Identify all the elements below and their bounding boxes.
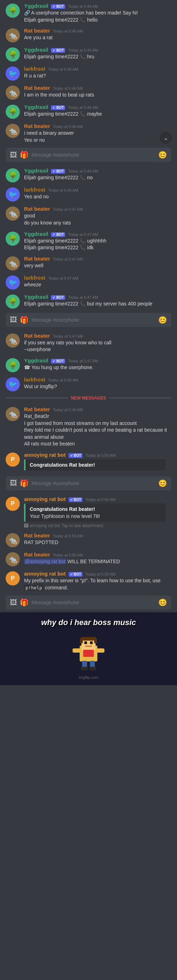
embed-block: Congratulations Rat beater! <box>24 459 166 471</box>
attachment-preview[interactable]: 🅿 annoying rat bot Tap to see attachment <box>24 523 171 528</box>
timestamp: Today at 5:50 AM <box>53 553 83 557</box>
message-content: Rat beater Today at 5:47 AM good do you … <box>24 206 171 226</box>
gift-icon[interactable]: 🎁 <box>20 479 29 487</box>
message-text: I got banned from most streams on my las… <box>24 420 171 427</box>
message-text: All rats must be beaten <box>24 441 171 447</box>
new-messages-divider: NEW MESSAGES <box>6 396 171 401</box>
message-header: Yggdrasil ✓ BOT Today at 5:46 AM <box>24 47 171 52</box>
message-input-area: 🖼 🎁 Message #userphone 😊 <box>6 595 171 609</box>
svg-rect-10 <box>89 667 96 670</box>
svg-rect-13 <box>80 638 83 643</box>
avatar: 🌳 <box>6 3 20 18</box>
gift-icon[interactable]: 🎁 <box>20 316 29 324</box>
message-text: Elijah gaming time#2222 📞 ughhhhh <box>24 237 171 245</box>
message-content: larkfrost Today at 5:48 AM Wut ur imgfli… <box>24 377 171 391</box>
username: annoying rat bot <box>24 496 66 502</box>
message-input[interactable]: Message #userphone <box>32 152 155 158</box>
message-input[interactable]: Message #userphone <box>32 317 155 323</box>
avatar: P <box>6 497 20 511</box>
message-text: Elijah gaming time#2222 📞 idk <box>24 244 171 251</box>
message-group: 🐀 Rat beater Today at 5:50 AM RAT SPOTTE… <box>0 531 177 549</box>
avatar: 🐀 <box>6 124 20 138</box>
avatar: 🐦 <box>6 275 20 290</box>
avatar: 🌳 <box>6 358 20 372</box>
message-text: good <box>24 213 171 220</box>
avatar: 🌳 <box>6 168 20 183</box>
emoji-icon[interactable]: 😊 <box>158 479 167 487</box>
message-group: 🐦 larkfrost Today at 5:46 AM R u a rat? <box>0 64 177 82</box>
bot-badge: ✓ BOT <box>51 359 65 363</box>
image-upload-icon[interactable]: 🖼 <box>10 316 17 324</box>
embed-title: Congratulations Rat beater! <box>30 506 161 512</box>
message-header: Rat beater Today at 5:50 AM <box>24 552 171 557</box>
username: Rat beater <box>24 123 50 129</box>
timestamp: Today at 5:46 AM <box>48 188 78 192</box>
message-input-area: 🖼 🎁 Message #userphone 😊 <box>6 148 171 162</box>
timestamp: Today at 5:48 AM <box>48 378 78 382</box>
message-text: Yes or no <box>24 137 171 144</box>
message-input[interactable]: Message #userphone <box>32 600 155 605</box>
message-text: Rat_Beat3r <box>24 413 171 420</box>
image-upload-icon[interactable]: 🖼 <box>10 479 17 487</box>
message-text: Elijah gaming time#2222 📞 hello <box>24 17 171 24</box>
avatar: 🐀 <box>6 28 20 43</box>
message-header: larkfrost Today at 5:48 AM <box>24 377 171 382</box>
image-upload-icon[interactable]: 🖼 <box>10 151 17 159</box>
username: Yggdrasil <box>24 294 48 300</box>
message-text: ☎ You hung up the userphone. <box>24 364 171 371</box>
timestamp: Today at 5:46 AM <box>68 105 98 110</box>
avatar: 🐀 <box>6 86 20 100</box>
message-text: @annoying rat bot WILL BE TERMINATED <box>24 558 171 565</box>
avatar: 🐀 <box>6 333 20 347</box>
avatar: 🐦 <box>6 67 20 81</box>
chat-container: 🌳 Yggdrasil ✓ BOT Today at 5:46 AM 🔗 A u… <box>0 0 177 685</box>
message-header: Rat beater Today at 5:47 AM <box>24 332 171 339</box>
emoji-icon[interactable]: 😊 <box>158 151 167 159</box>
avatar: 🐦 <box>6 377 20 391</box>
timestamp: Today at 5:50 AM <box>85 453 115 458</box>
message-input[interactable]: Message #userphone <box>32 480 155 486</box>
message-text: Elijah gaming time#2222 📞 maybe <box>24 111 171 118</box>
username: Yggdrasil <box>24 167 48 173</box>
bot-badge: ✓ BOT <box>51 4 65 9</box>
message-content: Yggdrasil ✓ BOT Today at 5:46 AM Elijah … <box>24 47 171 62</box>
message-content: Yggdrasil ✓ BOT Today at 5:46 AM 🔗 A use… <box>24 3 171 23</box>
message-header: Rat beater Today at 5:46 AM <box>24 27 171 33</box>
username: Rat beater <box>24 332 50 339</box>
bot-badge: ✓ BOT <box>51 232 65 237</box>
avatar: 🐀 <box>6 207 20 221</box>
message-group: 🌳 Yggdrasil ✓ BOT Today at 5:47 AM Elija… <box>0 293 177 310</box>
username: Rat beater <box>24 256 50 262</box>
image-upload-icon[interactable]: 🖼 <box>10 598 17 607</box>
message-text: if you see any rats you know who to call <box>24 339 171 347</box>
message-text: RAT SPOTTED <box>24 539 171 546</box>
message-header: Yggdrasil ✓ BOT Today at 5:47 AM <box>24 294 171 300</box>
message-content: larkfrost Today at 5:46 AM Yes and no <box>24 187 171 202</box>
message-group: P annoying rat bot ✓ BOT Today at 5:50 A… <box>0 569 177 592</box>
message-group: P annoying rat bot ✓ BOT Today at 5:50 A… <box>0 495 177 530</box>
bot-badge: ✓ BOT <box>51 105 65 110</box>
message-header: Rat beater Today at 5:47 AM <box>24 206 171 212</box>
message-header: Rat beater Today at 5:49 AM <box>24 406 171 412</box>
message-input-area: 🖼 🎁 Message #userphone 😊 <box>6 313 171 327</box>
bot-badge: ✓ BOT <box>51 295 65 300</box>
message-text: --userphone <box>24 346 171 353</box>
emoji-icon[interactable]: 😊 <box>158 316 167 324</box>
message-text: Elijah gaming time#2222 📞 hru <box>24 53 171 60</box>
gift-icon[interactable]: 🎁 <box>20 598 29 607</box>
emoji-icon[interactable]: 😊 <box>158 598 167 607</box>
svg-rect-2 <box>84 641 87 644</box>
divider-line <box>109 398 171 398</box>
message-text: do you know any rats <box>24 220 171 227</box>
avatar: P <box>6 571 20 585</box>
svg-rect-12 <box>81 637 96 641</box>
timestamp: Today at 5:49 AM <box>53 407 83 412</box>
gift-icon[interactable]: 🎁 <box>20 151 29 159</box>
message-input-area: 🖼 🎁 Message #userphone 😊 <box>6 476 171 490</box>
username: Yggdrasil <box>24 231 48 237</box>
message-text: very well <box>24 262 171 269</box>
message-content: Rat beater Today at 5:47 AM if you see a… <box>24 332 171 353</box>
avatar: 🐦 <box>6 188 20 202</box>
timestamp: Today at 5:47 AM <box>53 207 83 212</box>
message-content: Yggdrasil ✓ BOT Today at 5:47 AM Elijah … <box>24 294 171 309</box>
